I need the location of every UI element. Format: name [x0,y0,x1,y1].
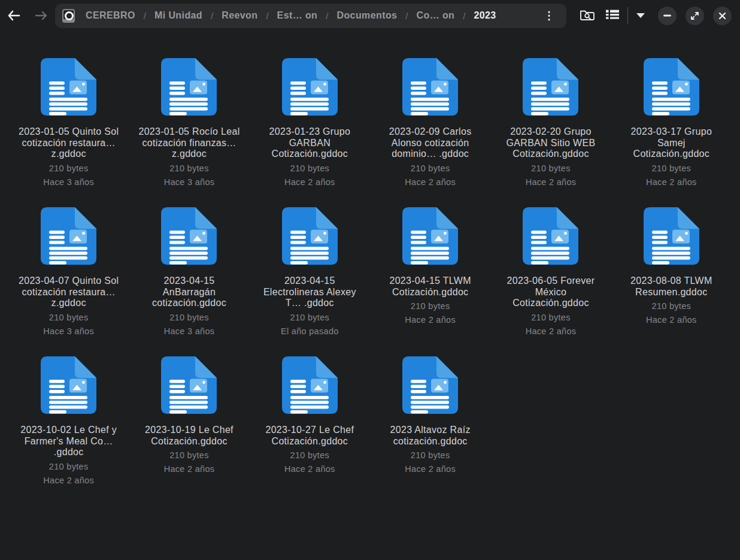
breadcrumb-bar: CEREBRO/Mi Unidad/Reevon/Est… on/Documen… [55,4,566,28]
file-name: 2023-10-27 Le Chef Cotización.gddoc [258,425,361,447]
file-size: 210 bytes [169,313,209,322]
folder-search-icon [580,8,595,24]
breadcrumb-item[interactable]: Documentos [328,10,405,21]
minimize-icon [663,14,671,17]
gddoc-document-icon [402,207,459,268]
file-modified: Hace 2 años [284,464,335,474]
file-size: 210 bytes [411,450,450,460]
file-size: 210 bytes [49,313,89,322]
gddoc-document-icon [40,57,97,119]
file-modified: Hace 3 años [43,326,94,336]
file-modified: Hace 2 años [646,315,697,325]
arrow-right-icon [35,11,47,20]
close-button[interactable] [713,7,732,25]
file-modified: Hace 2 años [646,177,697,187]
file-name: 2023-06-05 Forever México Cotización.gdd… [499,276,602,309]
file-size: 210 bytes [290,164,330,173]
file-item[interactable]: 2023-01-05 Quinto Sol cotización restaur… [8,57,129,207]
gddoc-document-icon [402,356,459,417]
file-item[interactable]: 2023-04-15 Electrolineras Alexey T… .gdd… [250,207,370,356]
breadcrumb-item[interactable]: Mi Unidad [146,10,211,21]
file-modified: Hace 3 años [164,326,215,336]
chevron-down-icon [636,13,645,18]
file-item[interactable]: 2023-02-20 Grupo GARBAN Sitio WEB Cotiza… [490,57,611,207]
gddoc-document-icon [40,207,97,268]
file-size: 210 bytes [290,450,330,460]
breadcrumb-item[interactable]: Est… on [269,10,326,21]
forward-button[interactable] [28,4,55,28]
file-item[interactable]: 2023-10-19 Le Chef Cotización.gddoc 210 … [129,356,249,505]
file-size: 210 bytes [531,164,571,173]
file-name: 2023-08-08 TLWM Resumen.gddoc [620,276,723,298]
minimize-button[interactable] [658,7,677,25]
file-item[interactable]: 2023-06-05 Forever México Cotización.gdd… [490,207,611,356]
file-item[interactable]: 2023-02-09 Carlos Alonso cotización domi… [370,57,490,207]
file-size: 210 bytes [169,450,209,460]
file-modified: Hace 2 años [405,177,456,187]
breadcrumb: CEREBRO/Mi Unidad/Reevon/Est… on/Documen… [77,10,534,21]
toolbar-separator [627,7,628,24]
file-modified: Hace 2 años [405,315,456,325]
file-item[interactable]: 2023-08-08 TLWM Resumen.gddoc 210 bytes … [611,207,732,356]
file-size: 210 bytes [290,313,330,322]
file-name: 2023-10-02 Le Chef y Farmer's Meal Co… .… [17,425,120,458]
file-item[interactable]: 2023-04-15 TLWM Cotización.gddoc 210 byt… [370,207,490,356]
list-view-button[interactable] [600,4,625,28]
file-name: 2023-02-20 Grupo GARBAN Sitio WEB Cotiza… [499,126,602,160]
file-name: 2023-02-09 Carlos Alonso cotización domi… [379,126,482,160]
gddoc-document-icon [643,57,700,119]
gddoc-document-icon [281,207,338,268]
file-size: 210 bytes [652,301,692,311]
breadcrumb-item[interactable]: CEREBRO [77,10,144,21]
gddoc-document-icon [160,356,217,417]
gddoc-document-icon [522,207,579,268]
view-dropdown-button[interactable] [630,4,651,28]
file-size: 210 bytes [49,462,89,471]
file-modified: Hace 2 años [526,177,577,187]
file-name: 2023-04-07 Quinto Sol cotización restaur… [17,276,120,309]
folder-search-button[interactable] [575,4,600,28]
breadcrumb-item[interactable]: Co… on [408,10,463,21]
file-name: 2023-01-23 Grupo GARBAN Cotización.gddoc [258,126,361,160]
gddoc-document-icon [160,57,217,119]
gddoc-document-icon [281,356,338,417]
file-name: 2023-01-05 Quinto Sol cotización restaur… [17,126,120,160]
gddoc-document-icon [160,207,217,268]
topbar: CEREBRO/Mi Unidad/Reevon/Est… on/Documen… [0,0,740,31]
file-size: 210 bytes [169,164,209,173]
file-modified: El año pasado [281,326,339,336]
file-modified: Hace 2 años [164,464,215,474]
file-size: 210 bytes [531,313,571,322]
file-grid: 2023-01-05 Quinto Sol cotización restaur… [0,31,740,505]
gddoc-document-icon [522,57,579,119]
breadcrumb-item[interactable]: Reevon [213,10,266,21]
maximize-button[interactable] [686,7,704,25]
file-item[interactable]: 2023-10-02 Le Chef y Farmer's Meal Co… .… [8,356,129,505]
file-item[interactable]: 2023-03-17 Grupo Samej Cotización.gddoc … [611,57,732,207]
window-controls [658,7,732,25]
list-view-icon [605,8,620,24]
file-item[interactable]: 2023-04-15 AnBarragán cotización.gddoc 2… [129,207,249,356]
file-modified: Hace 2 años [284,177,335,187]
file-name: 2023-01-05 Rocío Leal cotización finanza… [138,126,241,160]
file-item[interactable]: 2023-10-27 Le Chef Cotización.gddoc 210 … [250,356,370,505]
file-modified: Hace 2 años [43,476,94,485]
file-modified: Hace 3 años [43,177,94,187]
file-modified: Hace 3 años [164,177,215,187]
back-button[interactable] [0,4,28,28]
breadcrumb-more-button[interactable]: ⋮ [538,9,560,22]
breadcrumb-item[interactable]: 2023 [465,10,504,21]
file-name: 2023-04-15 TLWM Cotización.gddoc [379,276,482,298]
file-item[interactable]: 2023-01-05 Rocío Leal cotización finanza… [129,57,249,207]
file-name: 2023-10-19 Le Chef Cotización.gddoc [138,425,241,447]
file-item[interactable]: 2023-01-23 Grupo GARBAN Cotización.gddoc… [250,57,370,207]
close-icon [718,12,726,20]
file-name: 2023-04-15 Electrolineras Alexey T… .gdd… [258,276,361,309]
file-modified: Hace 2 años [405,464,456,474]
file-modified: Hace 2 años [526,326,577,336]
file-size: 210 bytes [411,301,450,311]
arrow-left-icon [7,10,20,21]
file-size: 210 bytes [49,164,89,173]
file-item[interactable]: 2023-04-07 Quinto Sol cotización restaur… [8,207,129,356]
file-item[interactable]: 2023 Altavoz Raíz cotización.gddoc 210 b… [370,356,490,505]
